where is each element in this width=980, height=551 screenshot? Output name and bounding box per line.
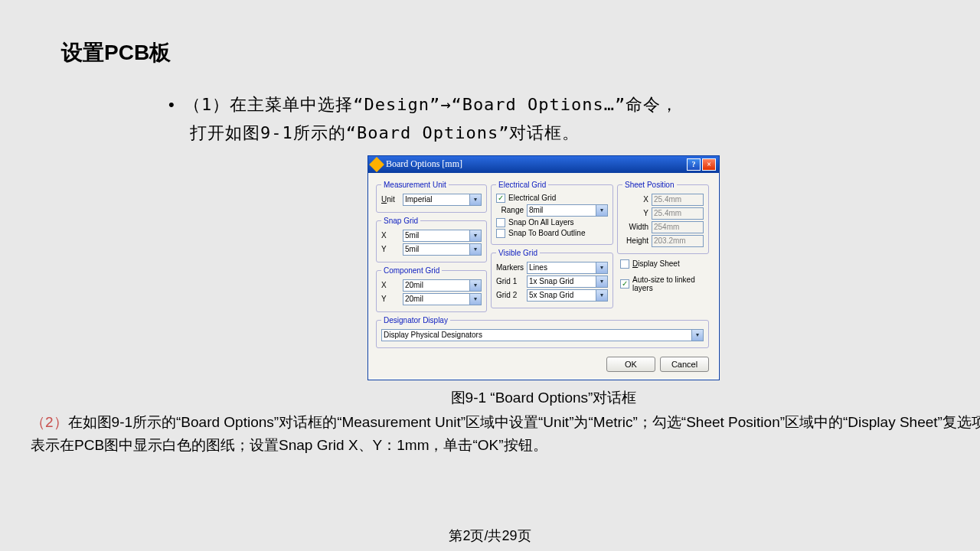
close-button[interactable]: × <box>702 158 716 171</box>
group-label: Sheet Position <box>622 181 677 189</box>
measurement-unit-group: Measurement Unit Unit Imperial <box>376 181 487 213</box>
designator-display-group: Designator Display Display Physical Desi… <box>376 316 709 348</box>
snap-to-outline-checkbox[interactable] <box>496 229 505 238</box>
group-label: Visible Grid <box>496 249 540 257</box>
board-options-dialog: Board Options [mm] ? × Measurement Unit … <box>368 155 720 380</box>
checkbox-label: Snap To Board Outline <box>508 229 585 237</box>
checkbox-label: Snap On All Layers <box>508 218 574 227</box>
cancel-button[interactable]: Cancel <box>660 357 709 372</box>
snap-x-select[interactable]: 5mil <box>403 230 482 242</box>
help-button[interactable]: ? <box>687 158 701 171</box>
sheet-height-label: Height <box>622 236 648 245</box>
display-sheet-checkbox[interactable] <box>620 259 629 269</box>
group-label: Snap Grid <box>381 217 420 225</box>
electrical-grid-group: Electrical Grid ✓Electrical Grid Range8m… <box>491 181 613 245</box>
sheet-width-input[interactable]: 254mm <box>652 221 704 233</box>
grid1-label: Grid 1 <box>496 277 524 285</box>
step2-text: （2）在如图9-1所示的“Board Options”对话框的“Measurem… <box>31 411 980 458</box>
electrical-grid-checkbox[interactable]: ✓ <box>496 194 505 203</box>
sheet-width-label: Width <box>622 223 648 231</box>
component-grid-group: Component Grid X20mil Y20mil <box>376 266 487 312</box>
checkbox-label: Auto-size to linked layers <box>632 276 709 292</box>
snap-x-label: X <box>381 231 400 240</box>
unit-select[interactable]: Imperial <box>403 194 482 206</box>
grid1-select[interactable]: 1x Snap Grid <box>527 276 608 288</box>
designator-select[interactable]: Display Physical Designators <box>381 329 704 341</box>
sheet-y-input[interactable]: 25.4mm <box>652 207 704 220</box>
sheet-y-label: Y <box>622 209 648 217</box>
snap-y-select[interactable]: 5mil <box>403 243 482 256</box>
group-label: Measurement Unit <box>381 181 449 189</box>
snap-grid-group: Snap Grid X5mil Y5mil <box>376 217 487 262</box>
group-label: Designator Display <box>381 316 450 324</box>
visible-grid-group: Visible Grid MarkersLines Grid 11x Snap … <box>491 249 613 308</box>
step1-text: • （1）在主菜单中选择“Design”→“Board Options…”命令，… <box>168 90 919 148</box>
grid2-select[interactable]: 5x Snap Grid <box>527 289 608 302</box>
window-title: Board Options [mm] <box>386 158 685 170</box>
page-number: 第2页/共29页 <box>0 527 980 545</box>
snap-y-label: Y <box>381 245 400 253</box>
markers-label: Markers <box>496 263 524 272</box>
checkbox-label: Display Sheet <box>632 259 680 268</box>
comp-y-label: Y <box>381 295 400 303</box>
sheet-position-group: Sheet Position X25.4mm Y25.4mm Width254m… <box>617 181 709 254</box>
autosize-checkbox[interactable]: ✓ <box>620 279 629 289</box>
comp-x-select[interactable]: 20mil <box>403 279 482 292</box>
range-select[interactable]: 8mil <box>527 204 608 217</box>
figure-caption: 图9-1 “Board Options”对话框 <box>168 388 919 408</box>
grid2-label: Grid 2 <box>496 291 524 299</box>
group-label: Component Grid <box>381 266 442 275</box>
group-label: Electrical Grid <box>496 181 548 189</box>
sheet-height-input[interactable]: 203.2mm <box>652 235 704 247</box>
unit-label: Unit <box>381 195 400 204</box>
titlebar[interactable]: Board Options [mm] ? × <box>368 156 719 173</box>
markers-select[interactable]: Lines <box>527 262 608 274</box>
comp-y-select[interactable]: 20mil <box>403 293 482 305</box>
range-label: Range <box>496 206 524 214</box>
comp-x-label: X <box>381 281 400 289</box>
sheet-x-input[interactable]: 25.4mm <box>652 194 704 206</box>
app-icon <box>369 157 384 172</box>
ok-button[interactable]: OK <box>606 357 655 372</box>
snap-all-layers-checkbox[interactable] <box>496 218 505 227</box>
checkbox-label: Electrical Grid <box>508 194 556 202</box>
sheet-x-label: X <box>622 195 648 204</box>
slide-title: 设置PCB板 <box>61 38 919 67</box>
